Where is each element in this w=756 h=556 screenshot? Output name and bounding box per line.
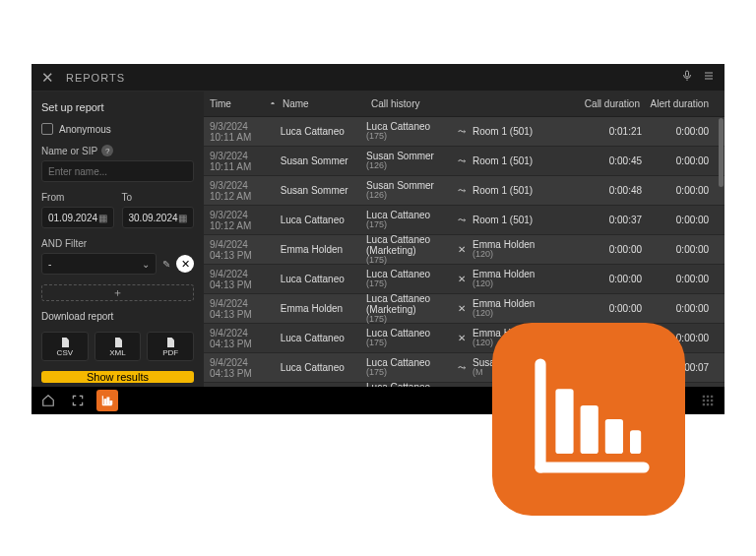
setup-report-title: Set up report <box>41 101 194 113</box>
table-header: Time Name Call history Call duration Ale… <box>204 92 724 117</box>
cell-name: Luca Cattaneo <box>281 362 366 373</box>
svg-rect-6 <box>110 402 112 404</box>
scrollbar[interactable] <box>719 118 724 187</box>
overlay-chart-logo <box>492 323 685 516</box>
anonymous-checkbox[interactable]: Anonymous <box>41 123 194 135</box>
svg-rect-18 <box>555 389 573 454</box>
chart-icon[interactable] <box>96 390 118 411</box>
grid-icon[interactable] <box>697 390 719 411</box>
cell-alert-duration: 0:00:00 <box>650 274 719 284</box>
cell-name: Emma Holden <box>281 244 366 255</box>
remove-filter-icon[interactable]: ✕ <box>176 255 194 273</box>
cell-name: Luca Cattaneo <box>281 333 366 343</box>
cell-time: 9/4/202404:13 PM <box>204 357 261 379</box>
download-xml-button[interactable]: XML <box>94 332 142 361</box>
cell-alert-duration: 0:00:00 <box>650 155 719 166</box>
from-date-input[interactable]: 01.09.2024 ▦ <box>41 207 114 228</box>
chevron-down-icon: ⌄ <box>142 259 150 270</box>
call-icon: ⤳ <box>455 185 469 196</box>
call-icon: ⤳ <box>455 126 469 137</box>
missed-call-icon: ✕ <box>455 303 469 314</box>
cell-time: 9/4/202404:13 PM <box>204 269 261 290</box>
table-row[interactable]: 9/4/202404:13 PMEmma HoldenLuca Cattaneo… <box>204 294 724 324</box>
svg-rect-21 <box>630 430 641 454</box>
filter-select[interactable]: - ⌄ <box>41 253 157 275</box>
name-input[interactable] <box>41 160 194 182</box>
cell-call-duration: 0:00:00 <box>581 274 650 284</box>
svg-rect-9 <box>711 396 713 398</box>
cell-call-history: Susan Sommer(126)⤳Room 1 (501) <box>366 180 581 201</box>
cell-alert-duration: 0:00:00 <box>650 303 719 314</box>
cell-call-duration: 0:00:45 <box>581 155 650 166</box>
svg-rect-12 <box>711 400 713 402</box>
missed-call-icon: ✕ <box>455 274 469 284</box>
cell-name: Luca Cattaneo <box>281 274 366 284</box>
cell-call-duration: 0:01:21 <box>581 126 650 137</box>
header-name[interactable]: Name <box>283 98 371 109</box>
window-title: REPORTS <box>66 72 681 84</box>
cell-call-history: Luca Cattaneo(175)⤳Room 1 (501) <box>366 121 581 142</box>
mic-icon[interactable] <box>681 70 693 85</box>
sort-icon[interactable] <box>263 98 283 110</box>
svg-rect-19 <box>581 405 598 454</box>
header-alert-duration[interactable]: Alert duration <box>648 98 719 109</box>
cell-name: Susan Sommer <box>281 185 366 196</box>
and-filter-label: AND Filter <box>41 238 194 249</box>
cell-time: 9/4/202404:13 PM <box>204 328 261 349</box>
from-label: From <box>41 192 114 203</box>
svg-rect-7 <box>703 396 705 398</box>
cell-alert-duration: 0:00:00 <box>650 244 719 255</box>
cell-alert-duration: 0:00:00 <box>650 215 719 225</box>
titlebar: ✕ REPORTS <box>32 64 724 92</box>
cell-alert-duration: 0:00:00 <box>650 126 719 137</box>
cell-time: 9/3/202410:11 AM <box>204 121 261 143</box>
cell-call-history: Luca Cattaneo (Marketing)(175)✕Emma Hold… <box>366 293 581 325</box>
cell-time: 9/4/202404:13 PM <box>204 387 261 388</box>
table-row[interactable]: 9/3/202410:11 AMLuca CattaneoLuca Cattan… <box>204 117 724 147</box>
cell-call-history: Luca Cattaneo(175)✕Emma Holden(120) <box>366 269 581 289</box>
menu-icon[interactable] <box>703 70 715 85</box>
cell-time: 9/3/202410:12 AM <box>204 210 261 231</box>
table-row[interactable]: 9/4/202404:13 PMEmma HoldenLuca Cattaneo… <box>204 235 724 265</box>
name-sip-label: Name or SIP <box>41 146 97 156</box>
cell-call-duration: 0:00:00 <box>581 303 650 314</box>
download-report-label: Download report <box>41 311 194 322</box>
call-icon: ⤳ <box>455 215 469 225</box>
close-icon[interactable]: ✕ <box>37 69 58 87</box>
table-row[interactable]: 9/3/202410:12 AMLuca CattaneoLuca Cattan… <box>204 206 724 235</box>
info-icon[interactable]: ? <box>101 145 113 156</box>
download-csv-button[interactable]: CSV <box>41 332 89 361</box>
call-icon: ⤳ <box>455 155 469 166</box>
svg-rect-0 <box>686 71 689 77</box>
header-time[interactable]: Time <box>204 98 263 109</box>
cell-call-history: Luca Cattaneo(175)⤳Room 1 (501) <box>366 210 581 230</box>
calendar-icon: ▦ <box>98 213 107 223</box>
svg-rect-14 <box>707 403 709 405</box>
svg-rect-8 <box>707 396 709 398</box>
cell-name: Luca Cattaneo <box>281 215 366 225</box>
add-filter-button[interactable]: ＋ <box>41 284 194 301</box>
cell-call-duration: 0:00:00 <box>581 244 650 255</box>
missed-call-icon: ✕ <box>455 244 469 255</box>
header-call-duration[interactable]: Call duration <box>577 98 648 109</box>
show-results-button[interactable]: Show results <box>41 371 194 383</box>
pencil-icon[interactable]: ✎ <box>162 259 170 270</box>
cell-name: Susan Sommer <box>281 155 366 166</box>
cell-call-history: Luca Cattaneo (Marketing)(175)✕Emma Hold… <box>366 234 581 266</box>
header-call-history[interactable]: Call history <box>371 98 577 109</box>
home-icon[interactable] <box>37 390 59 411</box>
svg-rect-10 <box>703 400 705 402</box>
table-row[interactable]: 9/3/202410:11 AMSusan SommerSusan Sommer… <box>204 147 724 176</box>
to-label: To <box>122 192 195 203</box>
table-row[interactable]: 9/4/202404:13 PMLuca CattaneoLuca Cattan… <box>204 265 724 294</box>
svg-rect-11 <box>707 400 709 402</box>
fullscreen-icon[interactable] <box>67 390 89 411</box>
cell-alert-duration: 0:00:00 <box>650 185 719 196</box>
cell-call-duration: 0:00:48 <box>581 185 650 196</box>
to-date-input[interactable]: 30.09.2024 ▦ <box>122 207 195 228</box>
missed-call-icon: ✕ <box>455 333 469 343</box>
cell-time: 9/4/202404:13 PM <box>204 298 261 320</box>
table-row[interactable]: 9/3/202410:12 AMSusan SommerSusan Sommer… <box>204 176 724 206</box>
download-pdf-button[interactable]: PDF <box>147 332 194 361</box>
svg-rect-13 <box>703 403 705 405</box>
